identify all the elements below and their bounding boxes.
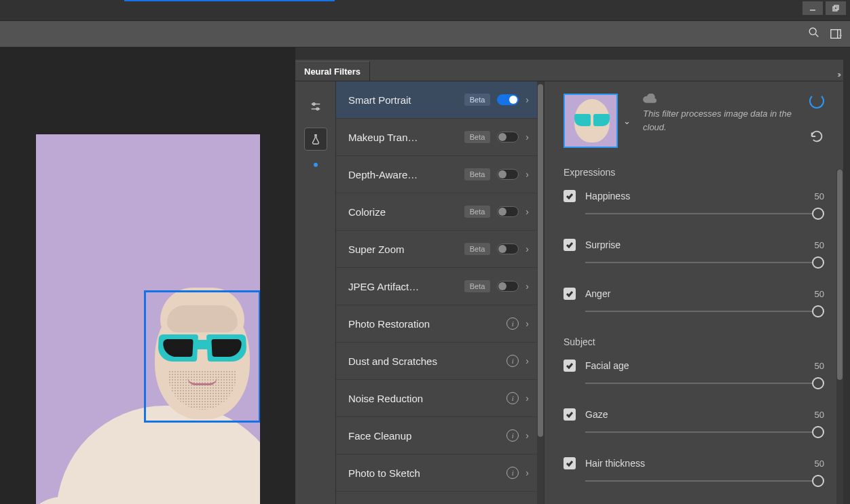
flask-icon[interactable] [304, 128, 327, 151]
filter-toggle[interactable] [497, 132, 519, 142]
slider-value: 50 [815, 289, 824, 299]
panel-tab-neural-filters[interactable]: Neural Filters [295, 61, 370, 81]
slider-track[interactable] [585, 208, 824, 220]
chevron-right-icon: › [525, 393, 529, 404]
filter-name-label: Super Zoom [348, 244, 458, 255]
slider-track[interactable] [585, 475, 824, 487]
filter-list-scrollbar[interactable] [537, 81, 544, 504]
slider-row: Hair thickness50 [563, 457, 824, 487]
slider-label: Hair thickness [585, 458, 805, 469]
beta-badge: Beta [464, 280, 491, 292]
reset-icon[interactable] [809, 130, 824, 145]
slider-track[interactable] [585, 305, 824, 317]
filter-row[interactable]: Photo Restorationi› [336, 305, 537, 343]
collapse-panel-icon[interactable]: ›› [837, 69, 839, 79]
beta-badge: Beta [464, 94, 491, 106]
slider-track[interactable] [585, 256, 824, 269]
slider-checkbox[interactable] [563, 288, 576, 300]
filter-row[interactable]: Photo to Sketchi› [336, 454, 537, 492]
slider-label: Anger [585, 288, 805, 299]
slider-knob[interactable] [812, 256, 824, 269]
slider-knob[interactable] [812, 377, 824, 389]
slider-track[interactable] [585, 426, 824, 438]
info-icon[interactable]: i [506, 467, 519, 479]
beta-badge: Beta [464, 131, 491, 143]
filter-toggle[interactable] [497, 169, 519, 180]
restore-button[interactable] [826, 1, 846, 15]
filter-name-label: Face Cleanup [348, 430, 500, 442]
filter-name-label: Makeup Tran… [348, 132, 458, 143]
svg-rect-2 [834, 5, 838, 9]
rail-indicator-dot [314, 163, 318, 167]
filter-toggle[interactable] [497, 206, 519, 217]
slider-row: Happiness50 [563, 190, 824, 220]
section-label-subject: Subject [563, 336, 824, 347]
info-icon[interactable]: i [506, 429, 519, 442]
svg-line-4 [815, 34, 818, 37]
filter-row[interactable]: Smart PortraitBeta› [336, 81, 537, 119]
filter-row[interactable]: Makeup Tran…Beta› [336, 119, 537, 156]
sliders-icon[interactable] [304, 95, 327, 118]
filter-row[interactable]: Dust and Scratchesi› [336, 343, 537, 380]
filter-name-label: Noise Reduction [348, 393, 500, 404]
filter-category-rail [295, 81, 336, 504]
filter-toggle[interactable] [497, 281, 519, 292]
window-controls [802, 0, 850, 17]
cloud-icon [643, 94, 657, 103]
filter-list-column: Smart PortraitBeta›Makeup Tran…Beta›Dept… [336, 81, 544, 504]
filter-name-label: Photo Restoration [348, 318, 500, 330]
slider-row: Gaze50 [563, 408, 824, 438]
filter-name-label: Dust and Scratches [348, 355, 500, 367]
chevron-right-icon: › [525, 318, 529, 329]
slider-knob[interactable] [812, 426, 824, 438]
options-bar: ⌄ [0, 20, 850, 47]
filter-row[interactable]: JPEG Artifact…Beta› [336, 268, 537, 305]
slider-row: Surprise50 [563, 239, 824, 269]
chevron-right-icon: › [525, 244, 529, 254]
slider-value: 50 [815, 361, 824, 371]
face-selector-chevron-icon[interactable]: ⌄ [623, 116, 631, 126]
minimize-button[interactable] [802, 1, 823, 15]
slider-checkbox[interactable] [563, 408, 576, 421]
slider-label: Gaze [585, 409, 805, 420]
section-label-expressions: Expressions [563, 167, 824, 178]
filter-row[interactable]: Face Cleanupi› [336, 417, 537, 454]
slider-track[interactable] [585, 377, 824, 389]
slider-label: Facial age [585, 360, 805, 371]
search-icon[interactable] [808, 26, 820, 41]
chevron-right-icon: › [525, 94, 529, 105]
filter-row[interactable]: ColorizeBeta› [336, 193, 537, 231]
detected-face-thumbnail[interactable] [563, 94, 618, 148]
image-preview [36, 134, 260, 504]
settings-scrollbar[interactable] [836, 170, 843, 504]
filter-toggle[interactable] [497, 244, 519, 254]
slider-value: 50 [815, 459, 824, 469]
filter-name-label: Depth-Aware… [348, 169, 458, 180]
slider-checkbox[interactable] [563, 457, 576, 469]
info-icon[interactable]: i [506, 392, 519, 404]
slider-value: 50 [815, 191, 824, 201]
cloud-processing-note: This filter processes image data in the … [643, 94, 797, 134]
slider-knob[interactable] [812, 475, 824, 487]
filter-row[interactable]: Depth-Aware…Beta› [336, 156, 537, 193]
slider-knob[interactable] [812, 208, 824, 220]
document-canvas[interactable] [0, 47, 295, 504]
filter-row[interactable]: Super ZoomBeta› [336, 231, 537, 268]
filter-toggle[interactable] [497, 94, 519, 105]
slider-checkbox[interactable] [563, 190, 576, 202]
svg-rect-1 [833, 7, 837, 11]
slider-knob[interactable] [812, 305, 824, 317]
info-icon[interactable]: i [506, 317, 519, 330]
slider-checkbox[interactable] [563, 239, 576, 251]
svg-point-3 [809, 28, 816, 35]
filter-name-label: JPEG Artifact… [348, 281, 458, 292]
beta-badge: Beta [464, 243, 491, 255]
slider-checkbox[interactable] [563, 360, 576, 372]
neural-filters-panel: Neural Filters ›› Smart PortraitBeta›Mak… [295, 60, 843, 504]
workspace-icon[interactable]: ⌄ [830, 28, 843, 40]
beta-badge: Beta [464, 168, 491, 180]
slider-row: Anger50 [563, 288, 824, 317]
info-icon[interactable]: i [506, 355, 519, 367]
chevron-right-icon: › [525, 281, 529, 292]
filter-row[interactable]: Noise Reductioni› [336, 380, 537, 417]
